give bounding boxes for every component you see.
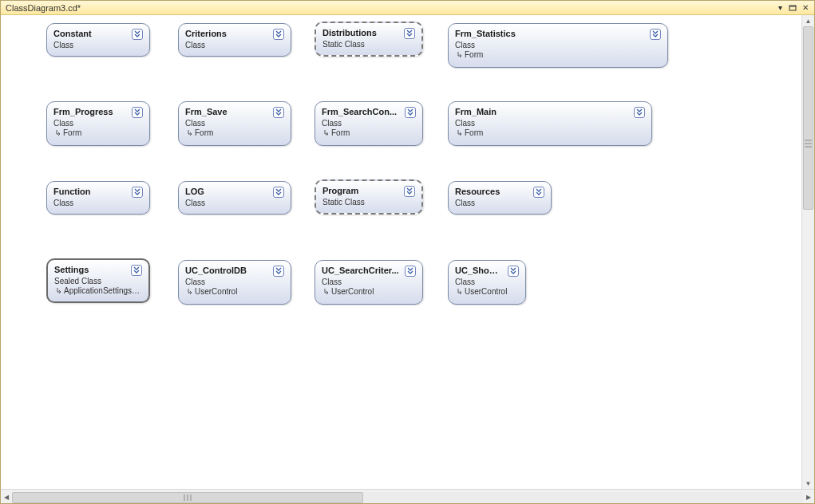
class-node-name: Settings [54,265,128,274]
class-node-frm_main[interactable]: Frm_MainClassForm [448,101,652,146]
class-node-type: Class [455,119,645,128]
class-node-type: Class [185,119,284,128]
close-button[interactable]: ✕ [800,2,811,14]
class-node-type: Class [53,119,143,128]
chevron-down-icon[interactable] [533,187,544,198]
class-node-base: UserControl [185,287,284,296]
class-node-function[interactable]: FunctionClass [46,181,150,215]
class-node-name: Frm_Save [185,107,270,116]
class-node-header: Program [322,186,415,197]
class-node-name: UC_ShowDB [455,266,504,275]
class-node-base-label: UserControl [195,287,237,296]
class-node-distributions[interactable]: DistributionsStatic Class [315,22,423,57]
maximize-button[interactable] [787,2,798,14]
inherits-icon [322,128,329,137]
chevron-down-icon[interactable] [132,187,143,198]
diagram-canvas[interactable]: ConstantClassCriterionsClassDistribution… [1,15,801,489]
class-node-header: UC_ShowDB [455,266,519,277]
class-node-frm_save[interactable]: Frm_SaveClassForm [178,101,291,146]
class-node-type: Class [53,41,143,49]
class-node-type: Class [455,41,661,49]
chevron-down-icon[interactable] [132,107,143,118]
chevron-down-icon[interactable] [634,107,645,118]
scroll-left-button[interactable]: ◀ [1,492,12,503]
class-node-type: Class [455,278,519,286]
class-node-base-label: ApplicationSettingsB... [64,286,142,295]
chevron-down-icon[interactable] [273,266,284,277]
class-node-name: Frm_SearchCon... [322,107,402,116]
class-node-header: Frm_Statistics [455,29,661,40]
class-node-base-label: Form [331,128,350,137]
class-node-type: Class [185,199,284,207]
class-node-header: Criterions [185,29,284,40]
class-node-resources[interactable]: ResourcesClass [448,181,552,215]
chevron-down-icon[interactable] [404,28,415,39]
inherits-icon [322,287,329,296]
scroll-right-button[interactable]: ▶ [803,492,814,503]
class-node-header: Frm_SearchCon... [322,107,416,118]
chevron-down-icon[interactable] [273,187,284,198]
scroll-down-button[interactable]: ▼ [802,478,814,489]
class-node-header: UC_ControlDB [185,266,284,277]
class-node-frm_progress[interactable]: Frm_ProgressClassForm [46,101,150,146]
vscroll-grip [805,138,812,149]
class-node-type: Class [322,278,416,286]
class-node-name: Program [322,186,401,195]
viewport: ConstantClassCriterionsClassDistribution… [1,15,814,489]
chevron-down-icon[interactable] [404,186,415,197]
vertical-scrollbar[interactable]: ▲ ▼ [801,15,814,489]
class-node-base: Form [185,128,284,137]
inherits-icon [455,128,462,137]
class-node-name: UC_ControlDB [185,266,270,275]
chevron-down-icon[interactable] [405,266,416,277]
titlebar: ClassDiagram3.cd* ▾ ✕ [1,1,814,15]
class-node-name: Frm_Main [455,107,631,116]
class-node-criterions[interactable]: CriterionsClass [178,23,291,57]
class-node-type: Class [322,119,416,128]
class-node-header: Distributions [322,28,415,39]
chevron-down-icon[interactable] [405,107,416,118]
class-node-type: Class [455,199,544,207]
vscroll-thumb[interactable] [803,26,813,210]
class-node-frm_searchcon[interactable]: Frm_SearchCon...ClassForm [315,101,423,146]
class-node-type: Class [53,199,143,207]
class-node-constant[interactable]: ConstantClass [46,23,150,57]
vscroll-track[interactable] [802,26,814,478]
hscroll-thumb[interactable] [12,492,363,503]
class-node-name: Constant [53,29,129,38]
class-node-base: UserControl [455,287,519,296]
class-node-header: Frm_Main [455,107,645,118]
class-node-name: Resources [455,187,530,196]
class-node-header: Resources [455,187,544,198]
scroll-up-button[interactable]: ▲ [802,15,814,26]
chevron-down-icon[interactable] [650,29,661,40]
class-node-log[interactable]: LOGClass [178,181,291,215]
class-node-name: LOG [185,187,270,196]
class-node-name: Criterions [185,29,270,38]
class-node-header: Constant [53,29,143,40]
chevron-down-icon[interactable] [131,265,142,276]
class-node-uc_controldb[interactable]: UC_ControlDBClassUserControl [178,260,291,305]
hscroll-grip [184,494,192,501]
class-node-type: Static Class [322,40,415,49]
class-node-uc_searchcrit[interactable]: UC_SearchCriter...ClassUserControl [315,260,423,305]
class-node-name: Frm_Progress [53,107,129,116]
class-node-uc_showdb[interactable]: UC_ShowDBClassUserControl [448,260,526,305]
chevron-down-icon[interactable] [508,266,519,277]
class-node-program[interactable]: ProgramStatic Class [315,179,423,215]
inherits-icon [54,286,61,295]
window-position-button[interactable]: ▾ [774,2,785,14]
document-title: ClassDiagram3.cd* [6,3,773,13]
chevron-down-icon[interactable] [273,29,284,40]
class-node-name: Distributions [322,28,401,37]
class-node-settings[interactable]: SettingsSealed ClassApplicationSettingsB… [46,258,150,303]
chevron-down-icon[interactable] [132,29,143,40]
class-node-type: Static Class [322,198,415,207]
class-node-name: Function [53,187,129,196]
class-node-base: ApplicationSettingsB... [54,286,142,295]
class-node-frm_statistics[interactable]: Frm_StatisticsClassForm [448,23,668,68]
class-node-base: Form [455,50,661,59]
horizontal-scrollbar[interactable]: ◀ ▶ [1,489,814,504]
chevron-down-icon[interactable] [273,107,284,118]
hscroll-track[interactable] [12,492,803,503]
